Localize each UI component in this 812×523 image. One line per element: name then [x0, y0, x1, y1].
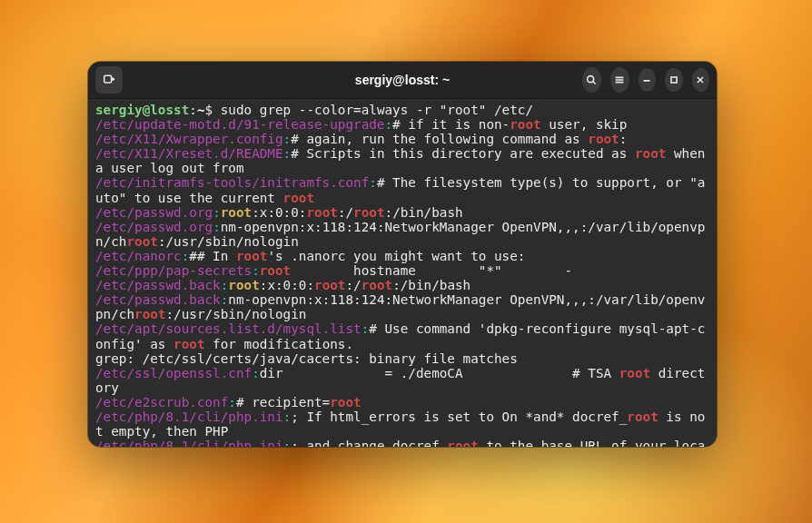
- terminal-line: /etc/ppp/pap-secrets:root hostname "*" -: [95, 263, 709, 278]
- minimize-icon: [640, 74, 653, 86]
- terminal-window: sergiy@losst: ~: [88, 62, 717, 447]
- terminal-line: /etc/nanorc:## In root's .nanorc you mig…: [95, 249, 709, 263]
- terminal-line: /etc/passwd.back:root:x:0:0:root:/root:/…: [95, 278, 709, 292]
- titlebar: sergiy@losst: ~: [88, 62, 717, 99]
- terminal-line: grep: /etc/ssl/certs/java/cacerts: binar…: [95, 351, 709, 366]
- terminal-line: /etc/ssl/openssl.cnf:dir = ./demoCA # TS…: [95, 366, 709, 395]
- terminal-output[interactable]: sergiy@losst:~$ sudo grep --color=always…: [88, 99, 717, 447]
- hamburger-icon: [613, 74, 626, 86]
- svg-rect-9: [671, 77, 677, 83]
- minimize-button[interactable]: [639, 68, 656, 92]
- maximize-button[interactable]: [665, 68, 682, 92]
- terminal-line: /etc/e2scrub.conf:# recipient=root: [95, 395, 709, 410]
- terminal-line: /etc/update-motd.d/91-release-upgrade:# …: [95, 117, 709, 132]
- terminal-line: /etc/php/8.1/cli/php.ini:; If html_error…: [95, 410, 709, 439]
- terminal-line: /etc/passwd.org:nm-openvpn:x:118:124:Net…: [95, 220, 709, 249]
- terminal-line: /etc/initramfs-tools/initramfs.conf:# Th…: [95, 175, 709, 204]
- terminal-line: /etc/X11/Xwrapper.config:# again, run th…: [95, 132, 709, 146]
- svg-rect-0: [104, 75, 112, 83]
- new-tab-icon: [103, 74, 115, 86]
- close-icon: [694, 74, 707, 86]
- close-button[interactable]: [692, 68, 709, 92]
- menu-button[interactable]: [610, 67, 629, 93]
- terminal-line: /etc/php/8.1/cli/php.ini:: and change do…: [95, 439, 709, 447]
- svg-point-3: [588, 76, 594, 83]
- maximize-icon: [668, 74, 680, 86]
- window-title: sergiy@losst: ~: [223, 73, 582, 87]
- terminal-line: /etc/passwd.org:root:x:0:0:root:/root:/b…: [95, 205, 709, 220]
- search-icon: [585, 74, 598, 86]
- desktop-wallpaper: sergiy@losst: ~: [0, 0, 812, 523]
- new-tab-button[interactable]: [95, 66, 123, 94]
- search-button[interactable]: [582, 67, 601, 93]
- svg-line-4: [593, 82, 596, 84]
- terminal-line: /etc/apt/sources.list.d/mysql.list:# Use…: [95, 321, 709, 350]
- terminal-line: /etc/passwd.back:nm-openvpn:x:118:124:Ne…: [95, 292, 709, 321]
- terminal-line: /etc/X11/Xreset.d/README:# Scripts in th…: [95, 146, 709, 175]
- prompt-line: sergiy@losst:~$ sudo grep --color=always…: [95, 103, 709, 117]
